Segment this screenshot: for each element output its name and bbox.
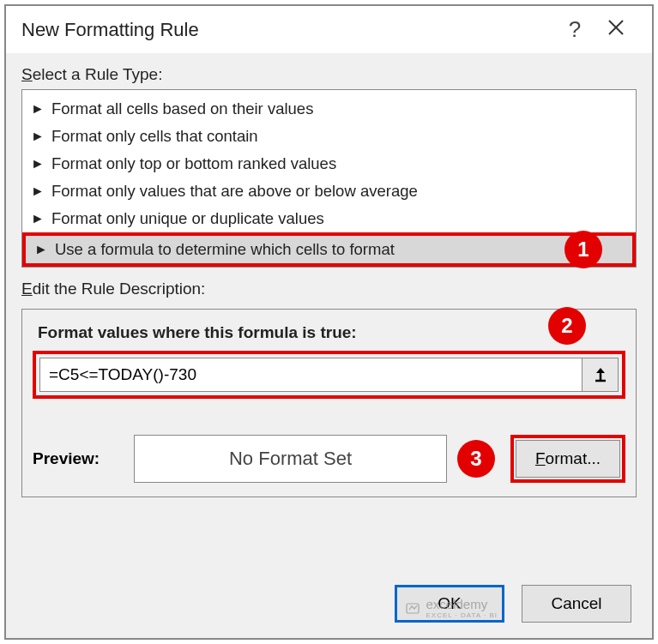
watermark: exceldemy EXCEL · DATA · BI (405, 597, 498, 619)
rule-type-text: Format only cells that contain (51, 127, 258, 146)
preview-box: No Format Set (134, 435, 447, 483)
range-select-icon (592, 366, 609, 383)
titlebar: New Formatting Rule ? (6, 6, 652, 53)
format-button[interactable]: Format... (516, 440, 620, 478)
cancel-button[interactable]: Cancel (522, 585, 631, 623)
new-formatting-rule-dialog: New Formatting Rule ? Select a Rule Type… (4, 4, 654, 640)
close-icon (607, 18, 625, 37)
rule-type-text: Format only unique or duplicate values (51, 209, 324, 228)
rule-type-text: Format only values that are above or bel… (51, 182, 418, 201)
watermark-name: exceldemy (426, 597, 498, 611)
help-button[interactable]: ? (554, 16, 595, 43)
bullet-icon: ► (31, 156, 45, 172)
rule-type-list: ► Format all cells based on their values… (21, 89, 637, 268)
rule-type-text: Format all cells based on their values (51, 99, 313, 118)
bullet-icon: ► (31, 211, 45, 226)
preview-row: Preview: No Format Set 3 Format... (33, 435, 625, 483)
svg-rect-5 (407, 604, 419, 613)
rule-type-item-formula[interactable]: ► Use a formula to determine which cells… (22, 232, 636, 267)
rule-description-box: Format values where this formula is true… (21, 309, 637, 497)
close-button[interactable] (595, 16, 637, 43)
dialog-buttons: OK Cancel (6, 571, 652, 638)
formula-row (33, 351, 625, 399)
bullet-icon: ► (31, 129, 45, 144)
formula-title: Format values where this formula is true… (33, 320, 625, 351)
select-rule-type-label: Select a Rule Type: (6, 53, 652, 89)
watermark-icon (405, 600, 420, 616)
rule-type-text: Format only top or bottom ranked values (51, 154, 336, 173)
callout-3: 3 (457, 440, 495, 478)
callout-1: 1 (564, 231, 602, 268)
collapse-dialog-button[interactable] (583, 358, 619, 392)
rule-type-item[interactable]: ► Format only values that are above or b… (22, 178, 636, 205)
formula-input[interactable] (39, 358, 583, 392)
dialog-title: New Formatting Rule (21, 19, 554, 41)
rule-type-item[interactable]: ► Format only unique or duplicate values (22, 205, 636, 232)
bullet-icon: ► (34, 242, 48, 257)
rule-type-item[interactable]: ► Format only top or bottom ranked value… (22, 150, 636, 178)
callout-2: 2 (548, 307, 586, 345)
rule-type-item[interactable]: ► Format only cells that contain (22, 123, 636, 150)
bullet-icon: ► (31, 184, 45, 199)
rule-type-item[interactable]: ► Format all cells based on their values (22, 95, 636, 123)
edit-rule-description-label: Edit the Rule Description: (6, 268, 652, 304)
watermark-sub: EXCEL · DATA · BI (426, 611, 498, 619)
bullet-icon: ► (31, 101, 45, 117)
rule-type-text: Use a formula to determine which cells t… (55, 240, 395, 259)
svg-marker-3 (596, 368, 605, 373)
preview-label: Preview: (33, 449, 118, 468)
format-button-highlight: Format... (510, 435, 625, 483)
